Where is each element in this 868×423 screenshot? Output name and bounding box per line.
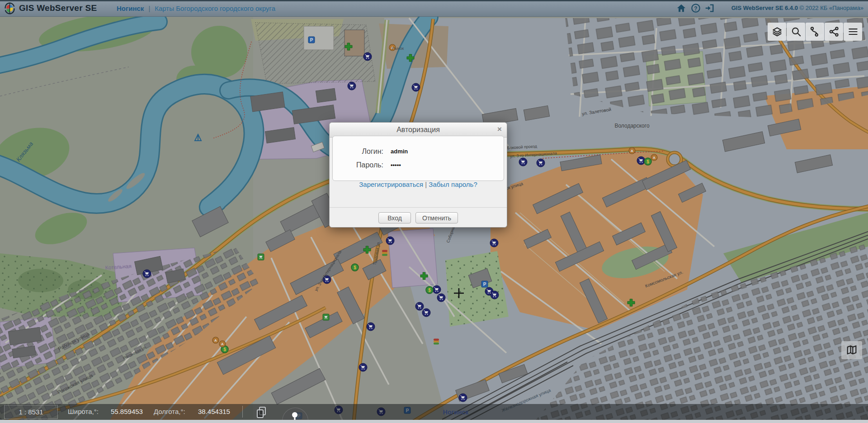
login-label: Логин: [333, 147, 383, 156]
scale-value: 1 : 8531 [19, 408, 43, 416]
password-input[interactable] [390, 161, 491, 169]
dialog-title: Авторизация [330, 123, 507, 137]
authorization-dialog: Авторизация × Логин: Пароль: Зарегистрир… [329, 122, 507, 228]
top-header: GIS WebServer SE Ногинск|Карты Богородск… [0, 0, 868, 17]
login-submit-button[interactable]: Вход [378, 212, 411, 223]
credentials-panel: Логин: Пароль: [332, 136, 504, 181]
share-button[interactable] [825, 23, 843, 41]
status-bar: 1 : 8531 Широта,°: 55.859453 Долгота,°: … [0, 404, 868, 420]
dialog-links: Зарегистрироваться | Забыл пароль? [330, 181, 507, 188]
version-info: GIS WebServer SE 6.4.0 © 2022 КБ «Панора… [731, 5, 863, 11]
breadcrumb: Ногинск|Карты Богородского городского ок… [117, 5, 275, 12]
route-icon [809, 26, 821, 38]
help-icon[interactable]: ? [691, 3, 701, 13]
share-icon [828, 26, 840, 38]
minimap-button[interactable] [841, 341, 862, 359]
folded-map-icon [845, 344, 858, 356]
scale-display[interactable]: 1 : 8531 [4, 405, 58, 419]
latitude-value: 55.859453 [111, 408, 143, 415]
project-name-link[interactable]: Ногинск [117, 5, 144, 12]
login-icon[interactable] [704, 3, 714, 13]
svg-text:?: ? [694, 5, 697, 12]
login-input[interactable] [390, 147, 491, 155]
copy-coordinates-icon[interactable] [255, 406, 268, 418]
app-logo-icon [4, 2, 16, 14]
longitude-label: Долгота,°: [154, 408, 185, 415]
menu-icon [847, 26, 859, 38]
dialog-footer: Вход Отменить [330, 207, 507, 228]
application-window: $ A P [0, 0, 868, 423]
longitude-value: 38.454315 [198, 408, 230, 415]
layers-button[interactable] [768, 23, 786, 41]
forgot-password-link[interactable]: Забыл пароль? [429, 181, 477, 188]
map-title: Карты Богородского городского округа [155, 5, 275, 12]
app-title: GIS WebServer SE [19, 3, 97, 13]
close-icon[interactable]: × [497, 125, 502, 134]
password-label: Пароль: [333, 161, 383, 169]
layers-icon [771, 26, 783, 38]
search-button[interactable] [787, 23, 805, 41]
menu-button[interactable] [844, 23, 862, 41]
latitude-label: Широта,°: [68, 408, 99, 415]
search-icon [790, 26, 802, 38]
statusbar-divider [242, 406, 243, 418]
measure-route-button[interactable] [806, 23, 824, 41]
home-icon[interactable] [676, 3, 686, 13]
cancel-button[interactable]: Отменить [415, 212, 458, 223]
register-link[interactable]: Зарегистрироваться [359, 181, 423, 188]
horizontal-scrollbar[interactable] [0, 420, 868, 423]
map-toolbar [768, 23, 862, 41]
